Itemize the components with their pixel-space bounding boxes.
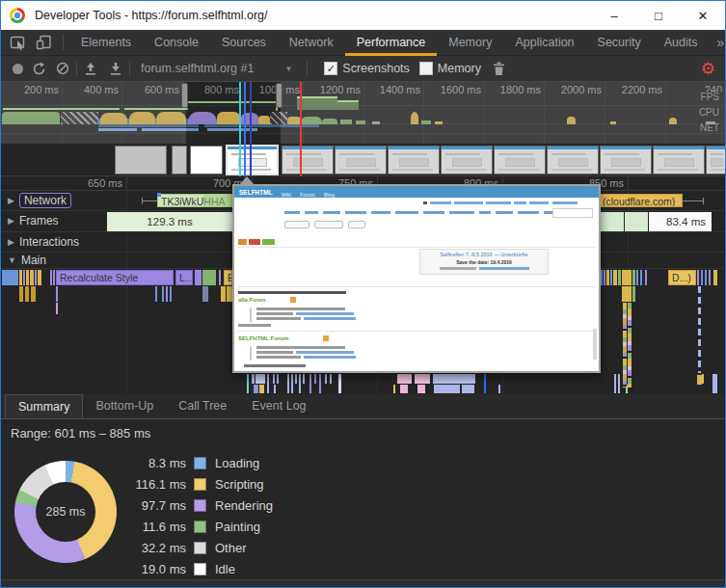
thumb-box xyxy=(452,158,482,167)
inspect-element-icon[interactable] xyxy=(10,35,27,50)
main-track-label[interactable]: Main xyxy=(21,254,46,267)
close-button[interactable]: ✕ xyxy=(681,1,725,30)
details-tab-summary[interactable]: Summary xyxy=(5,394,83,418)
screenshot-thumbnail[interactable] xyxy=(600,146,652,174)
frame-cell[interactable] xyxy=(601,212,624,231)
frame-cell[interactable] xyxy=(625,212,648,231)
flame-bar xyxy=(697,270,699,285)
legend-label: Scripting xyxy=(215,477,264,492)
tab-memory[interactable]: Memory xyxy=(437,30,503,56)
details-tab-bottom-up[interactable]: Bottom-Up xyxy=(83,394,166,418)
toolbar-separator xyxy=(76,62,77,76)
screenshot-thumbnail[interactable] xyxy=(547,146,599,174)
tab-audits[interactable]: Audits xyxy=(653,30,710,56)
network-priority-dot xyxy=(157,193,161,197)
details-tab-call-tree[interactable]: Call Tree xyxy=(166,394,239,418)
frames-track-header[interactable]: ▶ Frames xyxy=(1,214,59,227)
screenshot-thumbnail[interactable] xyxy=(653,146,705,174)
network-request-bar[interactable]: (cloudflare.com) xyxy=(599,194,683,207)
popup-divider xyxy=(238,286,595,287)
device-toolbar-icon[interactable] xyxy=(36,35,53,50)
frame-cell[interactable]: 83.4 ms xyxy=(649,212,712,231)
screenshot-thumbnail[interactable] xyxy=(282,146,334,174)
tab-security[interactable]: Security xyxy=(586,30,653,56)
title-bar: Developer Tools - https://forum.selfhtml… xyxy=(1,1,725,30)
flame-bar xyxy=(484,374,486,393)
flame-bar xyxy=(56,303,58,314)
clear-button[interactable] xyxy=(56,56,69,82)
thumb-header xyxy=(282,147,333,149)
flame-event-script[interactable]: D...) xyxy=(668,270,696,285)
tab-sources[interactable]: Sources xyxy=(210,30,278,56)
screenshot-thumbnail[interactable] xyxy=(335,146,387,174)
flame-event-layout[interactable]: L... xyxy=(175,270,193,285)
flame-stack-column xyxy=(623,303,627,388)
tab-elements[interactable]: Elements xyxy=(69,30,143,56)
tab-performance[interactable]: Performance xyxy=(345,30,438,56)
main-track-header[interactable]: ▼ Main xyxy=(1,254,46,267)
screenshot-thumbnail[interactable] xyxy=(494,146,546,174)
screenshot-thumbnail[interactable] xyxy=(115,146,167,174)
flame-event-evaluate[interactable]: E xyxy=(224,270,232,285)
interactions-track-header[interactable]: ▶ Interactions xyxy=(1,235,79,249)
flame-event-recalculate-style[interactable]: Recalculate Style xyxy=(56,270,174,285)
popup-scrollbar[interactable] xyxy=(593,329,597,360)
thumb-line xyxy=(551,169,592,171)
timeline-overview[interactable]: 200 ms400 ms600 ms800 ms1000 ms1200 ms14… xyxy=(1,82,725,144)
more-tabs-button[interactable]: » xyxy=(709,35,726,50)
disclosure-icon[interactable]: ▶ xyxy=(8,196,14,205)
flame-bar xyxy=(622,270,632,285)
interactions-track-label[interactable]: Interactions xyxy=(19,235,79,249)
range-label: Range: 601 ms – 885 ms xyxy=(11,426,150,441)
record-button[interactable] xyxy=(13,64,23,74)
memory-checkbox[interactable] xyxy=(419,62,433,75)
screenshots-checkbox[interactable]: ✓ xyxy=(324,62,337,75)
profile-select[interactable]: forum.selfhtml.org #1 xyxy=(141,62,254,75)
frames-track-label[interactable]: Frames xyxy=(19,214,59,227)
overview-selection[interactable] xyxy=(186,82,281,144)
flame-bar xyxy=(434,385,460,393)
disclosure-icon[interactable]: ▶ xyxy=(8,237,14,247)
details-tab-event-log[interactable]: Event Log xyxy=(239,394,318,418)
memory-label[interactable]: Memory xyxy=(438,62,481,75)
screenshot-thumbnail[interactable] xyxy=(226,145,279,175)
legend-label: Painting xyxy=(215,520,260,534)
flame-bar xyxy=(309,374,311,393)
site-brand: SELFHTML xyxy=(239,189,273,196)
thumb-line xyxy=(392,153,427,155)
screenshot-thumbnail[interactable] xyxy=(172,146,187,174)
selection-handle-right[interactable] xyxy=(276,83,282,108)
reload-and-profile-button[interactable] xyxy=(32,56,46,82)
screenshot-thumbnail[interactable] xyxy=(190,146,223,174)
legend-swatch-rendering xyxy=(194,499,206,512)
frame-cell[interactable]: 129.3 ms xyxy=(107,212,232,231)
screenshot-preview-popup: SELFHTML WikiForumBlog Selftreffen 7.-9.… xyxy=(232,184,601,373)
event-marker-line xyxy=(244,82,246,176)
disclosure-icon[interactable]: ▶ xyxy=(8,216,14,226)
capture-settings-gear-icon[interactable]: ⚙ xyxy=(701,59,715,79)
screenshot-thumbnail[interactable] xyxy=(388,146,440,174)
network-track-header[interactable]: ▶ Network xyxy=(1,193,71,208)
flame-bar xyxy=(701,270,703,285)
screenshots-label[interactable]: Screenshots xyxy=(342,62,409,75)
selection-handle-left[interactable] xyxy=(181,83,188,108)
flame-bar xyxy=(610,270,612,285)
tab-console[interactable]: Console xyxy=(143,30,210,56)
disclosure-icon[interactable]: ▼ xyxy=(8,255,16,265)
tab-network[interactable]: Network xyxy=(278,30,345,56)
screenshot-thumbnail[interactable] xyxy=(706,146,726,174)
horizontal-scrollbar[interactable] xyxy=(1,579,725,587)
site-nav-forum: Forum xyxy=(300,192,315,198)
legend-row: 19.0 msIdle xyxy=(117,561,235,576)
save-profile-button[interactable] xyxy=(109,56,122,82)
garbage-collect-icon[interactable] xyxy=(493,56,505,82)
minimize-button[interactable]: – xyxy=(592,1,636,30)
legend-row: 97.7 msRendering xyxy=(117,497,273,513)
network-track-label[interactable]: Network xyxy=(19,193,71,208)
load-profile-button[interactable] xyxy=(84,56,97,82)
flame-bar xyxy=(330,374,332,384)
screenshot-thumbnail[interactable] xyxy=(441,146,493,174)
tab-application[interactable]: Application xyxy=(503,30,585,56)
maximize-button[interactable]: □ xyxy=(636,1,681,30)
thumb-line xyxy=(551,153,586,155)
